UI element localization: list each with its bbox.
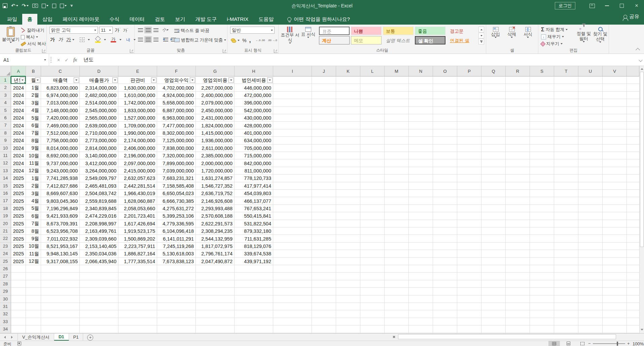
autosum-button[interactable]: Σ 자동 합계 bbox=[541, 27, 568, 33]
cell-D6[interactable]: 2,565,000,000 bbox=[80, 114, 118, 122]
sort-filter-button[interactable]: ㅎ 정렬 및 필터 bbox=[575, 26, 592, 42]
cell-E15[interactable]: 2,442,281,514 bbox=[118, 182, 157, 190]
cell-C4[interactable]: 7,013,000,000 bbox=[41, 99, 80, 106]
cell-G25[interactable]: 2,047,490,872 bbox=[196, 258, 235, 265]
column-header-A[interactable]: A bbox=[11, 66, 26, 76]
cell-B2[interactable]: 1월 bbox=[26, 84, 41, 91]
delete-cells-button[interactable]: 삭제 bbox=[504, 26, 519, 38]
cell-C13[interactable]: 9,243,000,000 bbox=[41, 167, 80, 175]
cell-H24[interactable]: 339,674,538 bbox=[235, 250, 273, 257]
column-header-L[interactable]: L bbox=[360, 66, 385, 76]
restore-icon[interactable] bbox=[614, 0, 629, 11]
column-header-R[interactable]: R bbox=[506, 66, 530, 76]
cell-F18[interactable]: 4,275,631,272 bbox=[157, 205, 196, 212]
formula-content[interactable]: 년도 bbox=[83, 54, 94, 66]
cell-F2[interactable]: 4,702,000,000 bbox=[157, 84, 196, 91]
cell-A9[interactable]: 2024 bbox=[11, 137, 26, 144]
fill-button[interactable]: ↓ 채우기 bbox=[541, 34, 564, 40]
cell-E22[interactable]: 1,500,869,202 bbox=[118, 235, 157, 242]
row-header-21[interactable]: 21 bbox=[0, 227, 11, 235]
grid-area[interactable]: 년도월매출액매출원가판관비영업외수익영업외비용법인세비용20241월6,823,… bbox=[11, 76, 639, 333]
cell-A25[interactable]: 2025 bbox=[11, 258, 26, 265]
cell-B3[interactable]: 2월 bbox=[26, 92, 41, 99]
cell-G3[interactable]: 2,400,000,000 bbox=[196, 92, 235, 99]
cell-B21[interactable]: 8월 bbox=[26, 227, 41, 235]
row-header-27[interactable]: 27 bbox=[0, 273, 11, 280]
cell-G14[interactable]: 1,631,274,857 bbox=[196, 175, 235, 182]
borders-icon[interactable] bbox=[80, 37, 84, 42]
sheet-prev-icon[interactable] bbox=[4, 336, 6, 339]
cell-E17[interactable]: 1,628,060,887 bbox=[118, 197, 157, 205]
cell-E3[interactable]: 1,610,000,000 bbox=[118, 92, 157, 99]
cell-F3[interactable]: 4,924,000,000 bbox=[157, 92, 196, 99]
cell-A4[interactable]: 2024 bbox=[11, 99, 26, 106]
tab-page-layout[interactable]: 페이지 레이아웃 bbox=[58, 14, 104, 25]
cell-D19[interactable]: 2,474,229,016 bbox=[80, 212, 118, 220]
row-header-19[interactable]: 19 bbox=[0, 212, 11, 220]
cell-B14[interactable]: 1월 bbox=[26, 175, 41, 182]
cell-H6[interactable]: 430,000,000 bbox=[235, 114, 273, 122]
vertical-scrollbar[interactable] bbox=[639, 66, 644, 333]
horizontal-scroll-thumb[interactable] bbox=[398, 334, 616, 339]
sheet-next-icon[interactable] bbox=[11, 336, 13, 339]
cell-C8[interactable]: 7,512,000,000 bbox=[41, 129, 80, 137]
cut-button[interactable]: 잘라내기 bbox=[21, 27, 44, 33]
fill-color-dropdown-icon[interactable] bbox=[104, 39, 106, 40]
cell-C17[interactable]: 9,803,045,360 bbox=[41, 197, 80, 205]
cell-G2[interactable]: 2,267,000,000 bbox=[196, 84, 235, 91]
cell-F24[interactable]: 5,130,618,003 bbox=[157, 250, 196, 257]
font-size-select[interactable]: 11 bbox=[99, 27, 113, 34]
cell-G11[interactable]: 2,385,000,000 bbox=[196, 152, 235, 159]
cell-C25[interactable]: 9,317,008,155 bbox=[41, 258, 80, 265]
cell-A10[interactable]: 2024 bbox=[11, 145, 26, 152]
sheet-tab-d1[interactable]: D1 bbox=[54, 334, 69, 341]
column-header-N[interactable]: N bbox=[409, 66, 433, 76]
cell-A23[interactable]: 2025 bbox=[11, 243, 26, 250]
row-header-10[interactable]: 10 bbox=[0, 145, 11, 152]
cell-B10[interactable]: 9월 bbox=[26, 145, 41, 152]
cell-H8[interactable]: 401,000,000 bbox=[235, 129, 273, 137]
vertical-scroll-thumb[interactable] bbox=[640, 72, 644, 247]
cell-D3[interactable]: 2,482,000,000 bbox=[80, 92, 118, 99]
cell-B5[interactable]: 4월 bbox=[26, 107, 41, 114]
cell-C2[interactable]: 6,823,000,000 bbox=[41, 84, 80, 91]
comma-style-button[interactable]: , bbox=[249, 37, 251, 44]
cell-H13[interactable]: 811,000,000 bbox=[235, 167, 273, 175]
cell-E13[interactable]: 2,415,000,000 bbox=[118, 167, 157, 175]
cell-E4[interactable]: 1,742,000,000 bbox=[118, 99, 157, 106]
cell-G12[interactable]: 2,000,000,000 bbox=[196, 159, 235, 167]
decrease-decimal-button[interactable]: .00 →.0 bbox=[267, 39, 277, 42]
tab-developer[interactable]: 개발 도구 bbox=[190, 14, 222, 25]
cell-E25[interactable]: 1,777,335,514 bbox=[118, 258, 157, 265]
cell-style-check[interactable]: 셀 확인 bbox=[415, 36, 445, 44]
cell-C9[interactable]: 7,758,000,000 bbox=[41, 137, 80, 144]
row-header-14[interactable]: 14 bbox=[0, 175, 11, 182]
paste-dropdown-icon[interactable] bbox=[10, 42, 12, 43]
cell-G23[interactable]: 1,817,072,975 bbox=[196, 243, 235, 250]
cell-C14[interactable]: 7,741,285,938 bbox=[41, 175, 80, 182]
cell-D17[interactable]: 2,559,819,688 bbox=[80, 197, 118, 205]
cell-E21[interactable]: 1,919,523,175 bbox=[118, 227, 157, 235]
column-header-E[interactable]: E bbox=[118, 66, 157, 76]
share-button[interactable]: 공유 bbox=[623, 13, 639, 20]
row-header-15[interactable]: 15 bbox=[0, 182, 11, 190]
new-sheet-icon[interactable]: + bbox=[87, 335, 93, 341]
cell-B15[interactable]: 2월 bbox=[26, 182, 41, 190]
align-middle-button[interactable] bbox=[144, 27, 152, 33]
cell-A12[interactable]: 2024 bbox=[11, 159, 26, 167]
cell-E16[interactable]: 1,966,430,019 bbox=[118, 190, 157, 197]
cell-H18[interactable]: 767,653,241 bbox=[235, 205, 273, 212]
cell-F22[interactable]: 6,141,011,291 bbox=[157, 235, 196, 242]
row-header-16[interactable]: 16 bbox=[0, 190, 11, 197]
cell-D21[interactable]: 2,163,499,761 bbox=[80, 227, 118, 235]
cell-A21[interactable]: 2025 bbox=[11, 227, 26, 235]
number-format-select[interactable]: 일반 bbox=[230, 27, 275, 34]
number-dialog-launcher-icon[interactable] bbox=[274, 49, 278, 53]
row-header-8[interactable]: 8 bbox=[0, 129, 11, 137]
cell-F10[interactable]: 7,838,000,000 bbox=[157, 145, 196, 152]
cell-A8[interactable]: 2024 bbox=[11, 129, 26, 137]
cell-B19[interactable]: 6월 bbox=[26, 212, 41, 220]
tab-home[interactable]: 홈 bbox=[22, 14, 37, 25]
column-header-partial[interactable] bbox=[627, 66, 639, 76]
borders-dropdown-icon[interactable] bbox=[88, 39, 90, 40]
